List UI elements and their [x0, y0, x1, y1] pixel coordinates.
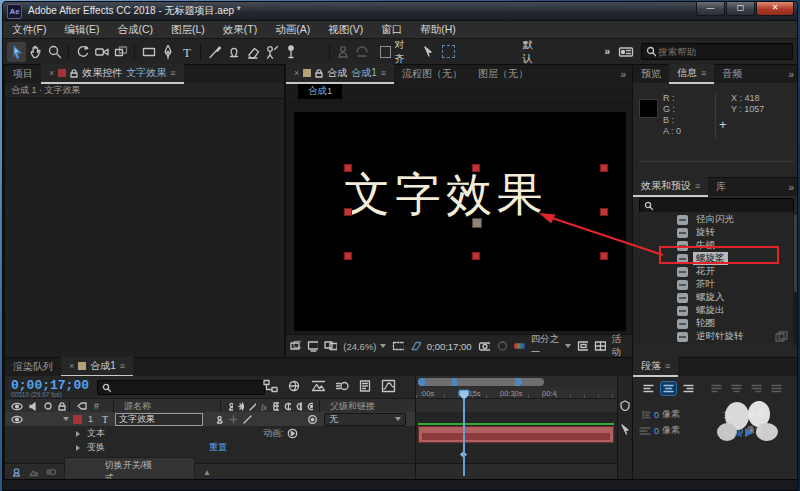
comp-subtab[interactable]: 合成1 — [298, 84, 342, 99]
timeline-search[interactable] — [97, 380, 265, 395]
tab-timeline-comp[interactable]: × 合成1 ≡ — [61, 357, 133, 377]
transform-group-label[interactable]: 变换 — [87, 441, 105, 454]
camera-select[interactable]: 活动 — [612, 333, 628, 359]
comp-text[interactable]: 文字效果 — [344, 164, 548, 226]
selection-handle[interactable] — [472, 252, 480, 260]
graph-editor-icon[interactable] — [381, 379, 396, 393]
shelf-pointer-icon[interactable] — [620, 424, 630, 435]
frame-blend-toggle-icon[interactable] — [29, 467, 39, 477]
menu-file[interactable]: 文件(F) — [3, 23, 55, 37]
panel-menu-icon[interactable]: ≡ — [701, 68, 706, 78]
scrollbar-thumb[interactable] — [794, 214, 798, 292]
help-search[interactable] — [641, 43, 793, 60]
close-tab-icon[interactable]: × — [49, 68, 54, 78]
tab-project[interactable]: 项目 — [5, 65, 41, 83]
justify-last-right-button[interactable] — [749, 382, 764, 395]
anchor-point[interactable] — [472, 218, 482, 228]
snap-toggle[interactable]: 对齐 — [380, 38, 413, 66]
menu-view[interactable]: 视图(V) — [319, 23, 372, 37]
menu-composition[interactable]: 合成(C) — [108, 23, 162, 37]
pan-behind-tool[interactable] — [111, 42, 130, 62]
tab-library[interactable]: 库 — [708, 178, 734, 196]
workspace-icon-2[interactable] — [353, 42, 372, 62]
preset-item[interactable]: 牛顿 — [633, 239, 792, 252]
tab-audio[interactable]: 音频 — [714, 65, 750, 83]
always-preview-icon[interactable] — [290, 340, 301, 352]
panel-menu-icon[interactable]: ≡ — [381, 68, 386, 78]
brainstorm-icon[interactable] — [359, 379, 372, 393]
panel-overflow[interactable]: » — [782, 69, 798, 80]
selection-handle[interactable] — [600, 208, 608, 216]
parent-link-column[interactable]: 父级和链接 — [330, 400, 375, 413]
tab-render-queue[interactable]: 渲染队列 — [5, 358, 61, 376]
clone-stamp-tool[interactable] — [224, 42, 243, 62]
comp-flowchart-icon[interactable] — [263, 379, 278, 393]
layer-expand-arrow[interactable] — [63, 417, 69, 421]
workspace-selector[interactable]: 默认 — [522, 38, 540, 66]
tab-flowchart[interactable]: 流程图（无） — [394, 65, 470, 83]
menu-layer[interactable]: 图层(L) — [162, 23, 214, 37]
indent-left-value[interactable]: 0 — [654, 410, 659, 420]
type-tool[interactable]: T — [177, 42, 196, 62]
panel-overflow[interactable]: » — [614, 69, 632, 80]
mask-cursor-icon[interactable] — [420, 42, 439, 62]
panel-menu-icon[interactable]: ≡ — [170, 68, 175, 78]
pen-tool[interactable] — [158, 42, 177, 62]
comp-viewer[interactable]: 文字效果 — [286, 100, 632, 335]
menu-help[interactable]: 帮助(H) — [411, 23, 465, 37]
close-tab-icon[interactable]: × — [69, 361, 74, 371]
close-tab-icon[interactable]: × — [294, 68, 299, 78]
text-group-label[interactable]: 文本 — [87, 427, 105, 440]
comp-marker-bin[interactable]: ▲ — [203, 468, 211, 477]
playhead[interactable] — [458, 387, 470, 477]
fast-preview-icon[interactable] — [577, 340, 588, 352]
frame-blending-icon[interactable] — [311, 379, 326, 393]
workspace-switch-icon[interactable] — [616, 42, 635, 62]
snap-checkbox[interactable] — [380, 46, 391, 58]
puppet-pin-tool[interactable] — [282, 42, 301, 62]
align-center-button[interactable] — [661, 382, 676, 395]
comp-timecode[interactable]: 0;00;17;00 — [427, 341, 472, 352]
workspace-overflow[interactable]: » — [605, 46, 611, 57]
layer-switches[interactable] — [215, 415, 285, 424]
expand-transform-group[interactable] — [76, 445, 80, 451]
align-right-button[interactable] — [681, 382, 696, 395]
preset-item[interactable]: 径向闪光 — [633, 213, 792, 226]
transparency-grid-icon[interactable] — [594, 340, 605, 352]
space-before-value[interactable]: 0 — [654, 426, 659, 436]
menu-window[interactable]: 窗口 — [372, 23, 411, 37]
justify-last-left-button[interactable] — [709, 382, 724, 395]
layer-label-color[interactable] — [73, 415, 82, 424]
eraser-tool[interactable] — [243, 42, 262, 62]
preset-item[interactable]: 花开 — [633, 265, 792, 278]
preset-item[interactable]: 旋转 — [633, 226, 792, 239]
align-left-button[interactable] — [641, 382, 656, 395]
selection-handle[interactable] — [344, 208, 352, 216]
show-snapshot-icon[interactable] — [496, 340, 507, 352]
layer-duration-bar[interactable] — [418, 426, 614, 443]
mask-visibility-icon[interactable] — [410, 340, 421, 352]
menu-effect[interactable]: 效果(T) — [214, 23, 266, 37]
tab-composition[interactable]: × 合成 合成1 ≡ — [286, 64, 394, 84]
comp-button-shelf-icon[interactable] — [620, 400, 630, 411]
panel-menu-icon[interactable]: ≡ — [665, 361, 670, 371]
justify-all-button[interactable] — [769, 382, 784, 395]
parent-pickwhip-icon[interactable] — [307, 414, 318, 425]
shape-tool[interactable] — [139, 42, 158, 62]
tab-info[interactable]: 信息 ≡ — [669, 64, 714, 84]
panel-menu-icon[interactable]: ≡ — [120, 361, 125, 371]
minimize-button[interactable]: — — [696, 2, 725, 16]
preset-item[interactable]: 螺旋入 — [633, 291, 792, 304]
help-search-input[interactable] — [656, 45, 788, 58]
roi-icon[interactable] — [392, 340, 404, 352]
zoom-tool[interactable] — [45, 42, 64, 62]
resolution-select[interactable]: 四分之一 — [531, 333, 571, 359]
selection-handle[interactable] — [344, 164, 352, 172]
parent-dropdown[interactable]: 无 — [324, 413, 406, 426]
scrollbar[interactable] — [793, 212, 798, 345]
marquee-dashed-icon[interactable] — [439, 42, 458, 62]
draft-3d-icon[interactable] — [287, 379, 302, 393]
expand-text-group[interactable] — [76, 431, 80, 437]
snapshot-icon[interactable] — [478, 340, 490, 352]
tab-effects-presets[interactable]: 效果和预设 ≡ — [633, 177, 708, 197]
